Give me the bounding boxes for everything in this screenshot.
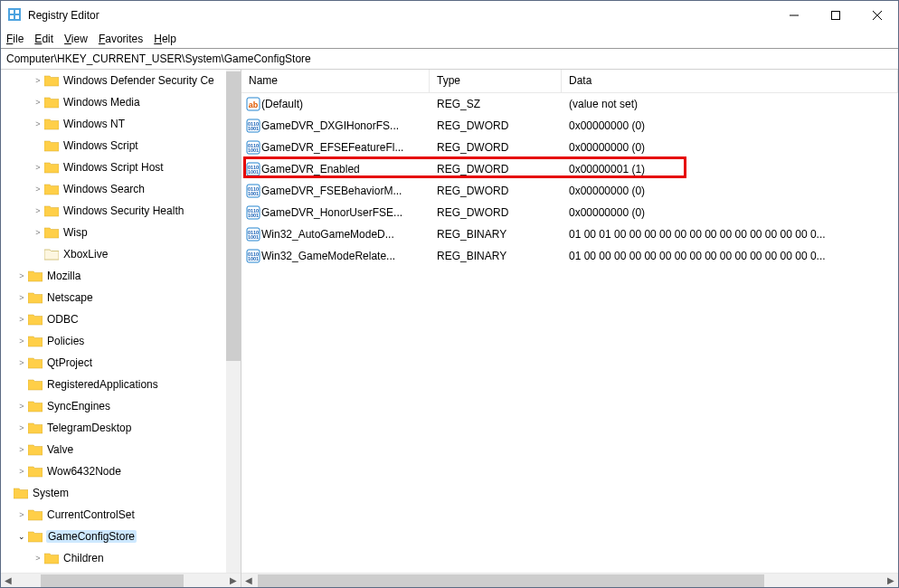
tree-item[interactable]: ⌄GameConfigStore (1, 526, 226, 547)
tree-item[interactable]: >Policies (1, 330, 226, 352)
tree-item-label: GameConfigStore (46, 530, 137, 543)
folder-icon (28, 422, 43, 434)
chevron-right-icon[interactable]: > (15, 358, 28, 367)
tree-item-label: Windows Script (62, 139, 139, 152)
tree-item-label: Windows Search (62, 183, 146, 195)
column-type[interactable]: Type (430, 70, 562, 92)
menu-view[interactable]: View (64, 33, 88, 45)
tree-item[interactable]: Windows Script (1, 135, 226, 156)
menu-favorites[interactable]: Favorites (99, 33, 143, 45)
string-value-icon (241, 97, 261, 111)
folder-icon (44, 226, 59, 239)
tree-item[interactable]: >Windows Media (1, 91, 226, 113)
tree-item-label: Windows Media (62, 96, 141, 109)
value-row[interactable]: GameDVR_HonorUserFSE...REG_DWORD0x000000… (241, 202, 898, 223)
chevron-right-icon[interactable]: > (15, 315, 28, 324)
column-data[interactable]: Data (562, 70, 898, 92)
value-type: REG_SZ (430, 98, 562, 110)
binary-value-icon (241, 162, 261, 176)
chevron-right-icon[interactable]: > (15, 445, 28, 454)
chevron-right-icon[interactable]: > (15, 423, 28, 432)
menu-file[interactable]: File (6, 33, 24, 45)
chevron-right-icon[interactable]: > (15, 293, 28, 302)
value-type: REG_BINARY (430, 250, 562, 262)
tree-item[interactable]: >Parents (1, 569, 226, 573)
value-data: 01 00 00 00 00 00 00 00 00 00 00 00 00 0… (562, 250, 898, 262)
tree-item[interactable]: >Windows Security Health (1, 200, 226, 222)
tree-item-label: Mozilla (46, 270, 81, 282)
column-name[interactable]: Name (241, 70, 430, 92)
tree-horizontal-scrollbar[interactable]: ◀ ▶ (1, 573, 241, 587)
tree-item[interactable]: >Windows Search (1, 178, 226, 200)
value-row[interactable]: GameDVR_EFSEFeatureFl...REG_DWORD0x00000… (241, 137, 898, 158)
chevron-right-icon[interactable]: > (32, 163, 44, 172)
tree-item[interactable]: >QtProject (1, 352, 226, 374)
value-row[interactable]: (Default)REG_SZ(value not set) (241, 93, 898, 115)
scrollbar-thumb[interactable] (41, 574, 184, 587)
tree-item-label: Children (62, 552, 105, 564)
menu-edit[interactable]: Edit (34, 33, 53, 45)
scroll-left-icon[interactable]: ◀ (1, 574, 15, 588)
menu-help[interactable]: Help (154, 33, 176, 45)
folder-icon (28, 530, 43, 543)
scroll-right-icon[interactable]: ▶ (884, 574, 898, 588)
value-type: REG_BINARY (430, 228, 562, 241)
chevron-right-icon[interactable]: > (32, 119, 44, 128)
address-bar[interactable]: Computer\HKEY_CURRENT_USER\System\GameCo… (1, 48, 898, 70)
tree-item[interactable]: XboxLive (1, 243, 226, 265)
folder-icon (28, 400, 43, 413)
tree-item[interactable]: >SyncEngines (1, 395, 226, 417)
value-row[interactable]: Win32_AutoGameModeD...REG_BINARY01 00 01… (241, 223, 898, 245)
registry-editor-window: Registry Editor File Edit View Favorites… (0, 0, 899, 588)
tree-item-label: Valve (46, 443, 74, 456)
chevron-right-icon[interactable]: > (15, 337, 28, 346)
chevron-right-icon[interactable]: > (15, 402, 28, 411)
chevron-right-icon[interactable]: > (32, 98, 44, 107)
chevron-right-icon[interactable]: > (15, 467, 28, 476)
scroll-right-icon[interactable]: ▶ (226, 574, 241, 588)
tree-item[interactable]: >Netscape (1, 287, 226, 308)
tree-item[interactable]: >CurrentControlSet (1, 504, 226, 526)
tree-item[interactable]: >TelegramDesktop (1, 417, 226, 439)
value-data: 0x00000000 (0) (562, 119, 898, 132)
title-bar[interactable]: Registry Editor (1, 1, 898, 30)
close-button[interactable] (856, 1, 898, 30)
maximize-button[interactable] (815, 1, 856, 30)
value-row[interactable]: GameDVR_EnabledREG_DWORD0x00000001 (1) (241, 158, 898, 180)
folder-icon (28, 443, 43, 456)
chevron-right-icon[interactable]: > (15, 271, 28, 280)
chevron-right-icon[interactable]: > (32, 206, 44, 215)
chevron-right-icon[interactable]: > (15, 510, 28, 519)
tree-item[interactable]: >Valve (1, 439, 226, 460)
tree-item[interactable]: >Children (1, 547, 226, 569)
chevron-right-icon[interactable]: > (32, 185, 44, 194)
value-row[interactable]: Win32_GameModeRelate...REG_BINARY01 00 0… (241, 245, 898, 267)
scrollbar-thumb[interactable] (258, 574, 764, 587)
tree-vertical-scrollbar[interactable] (226, 70, 241, 573)
binary-value-icon (241, 184, 261, 198)
tree-item-label: QtProject (46, 356, 93, 369)
chevron-right-icon[interactable]: > (32, 76, 44, 85)
tree-item[interactable]: >Windows Defender Security Ce (1, 70, 226, 91)
scrollbar-thumb[interactable] (226, 71, 241, 361)
chevron-right-icon[interactable]: > (32, 554, 44, 563)
tree-item[interactable]: RegisteredApplications (1, 374, 226, 395)
tree-item-label: Windows Security Health (62, 204, 185, 217)
tree-item[interactable]: >Wow6432Node (1, 460, 226, 482)
tree-item[interactable]: >Windows NT (1, 113, 226, 135)
folder-icon (44, 161, 59, 174)
tree-item[interactable]: >Mozilla (1, 265, 226, 287)
values-pane: Name Type Data (Default)REG_SZ(value not… (241, 70, 898, 587)
tree-item[interactable]: >Wisp (1, 222, 226, 243)
chevron-right-icon[interactable]: > (32, 228, 44, 237)
app-icon (8, 8, 23, 23)
minimize-button[interactable] (773, 1, 815, 30)
value-row[interactable]: GameDVR_DXGIHonorFS...REG_DWORD0x0000000… (241, 115, 898, 137)
chevron-down-icon[interactable]: ⌄ (15, 532, 28, 541)
value-row[interactable]: GameDVR_FSEBehaviorM...REG_DWORD0x000000… (241, 180, 898, 202)
tree-item[interactable]: >Windows Script Host (1, 156, 226, 178)
scroll-left-icon[interactable]: ◀ (241, 574, 256, 588)
tree-item[interactable]: >ODBC (1, 308, 226, 330)
list-horizontal-scrollbar[interactable]: ◀ ▶ (241, 573, 898, 587)
tree-item[interactable]: System (1, 482, 226, 504)
